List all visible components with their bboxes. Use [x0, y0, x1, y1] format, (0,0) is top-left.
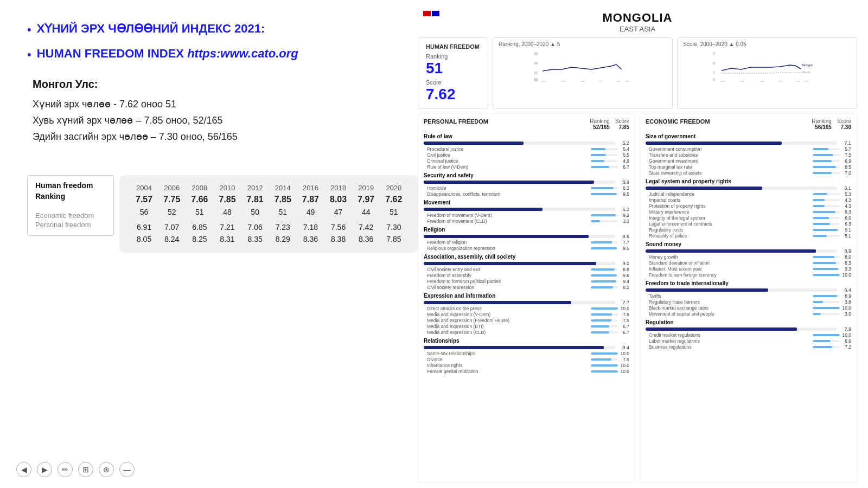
- sub-bar-fill: [591, 280, 616, 282]
- mongolia-section: Монгол Улс: Хүний эрх чөлөө - 7.62 оноо …: [33, 78, 385, 143]
- year-header-2012: 2012: [241, 183, 269, 193]
- nav-edit[interactable]: ✏: [58, 462, 73, 477]
- sub-item-row: Transfers and subsidies7.5: [646, 152, 851, 158]
- category-name: Rule of law: [424, 133, 629, 139]
- nav-prev[interactable]: ◀: [16, 462, 31, 477]
- sub-bar-fill: [813, 334, 840, 336]
- category-block: Association, assembly, civil society9.0C…: [424, 254, 629, 290]
- sub-item-row: Regulatory trade barriers3.8: [646, 299, 851, 305]
- economic-categories: Size of government7.1Government consumpt…: [646, 133, 851, 350]
- year-header-2016: 2016: [297, 183, 324, 193]
- svg-text:60: 60: [534, 71, 538, 75]
- year-header-2006: 2006: [158, 183, 186, 193]
- sub-item-row: Media and expression (CLD)6.7: [424, 330, 629, 335]
- table-cell: 49: [297, 206, 324, 218]
- year-header-2020: 2020: [380, 183, 407, 193]
- sub-bar-fill: [813, 340, 831, 342]
- category-title-row: Regulation: [646, 319, 851, 325]
- row-label-human-freedom: Human freedom: [35, 181, 106, 190]
- top-cards: HUMAN FREEDOM Ranking 51 Score 7.62 Rank…: [418, 37, 857, 109]
- sub-item-row: Reliability of police5.1: [646, 233, 851, 239]
- sub-bar-fill: [591, 364, 618, 367]
- category-title-row: Size of government: [646, 133, 851, 139]
- svg-text:40: 40: [534, 61, 538, 65]
- sub-item-row: Religious organization repression9.5: [424, 246, 629, 251]
- table-cell: 50: [241, 206, 269, 218]
- sub-item-row: Protection of property rights4.3: [646, 203, 851, 209]
- svg-text:'12: '12: [778, 80, 782, 82]
- mongolia-line-1: Хүний эрх чөлөө - 7.62 оноо 51: [33, 98, 385, 110]
- category-title-row: Expression and information: [424, 293, 629, 299]
- personal-freedom-column: PERSONAL FREEDOM Ranking52/165 Score7.85…: [418, 113, 635, 483]
- category-block: Rule of law5.2Procedural justice5.4Civil…: [424, 133, 629, 170]
- sub-item-row: Same-sex relationships10.0: [424, 351, 629, 356]
- svg-text:'16: '16: [795, 80, 800, 82]
- category-name: Association, assembly, civil society: [424, 254, 629, 260]
- ranking-sparkline: 20 40 60 80 '00 '04 '08 '12 '16 '20: [499, 49, 667, 82]
- economic-freedom-column: ECONOMIC FREEDOM Ranking56/165 Score7.30…: [640, 113, 857, 483]
- nav-minus[interactable]: —: [119, 462, 135, 477]
- svg-text:20: 20: [534, 52, 538, 55]
- svg-text:'08: '08: [760, 80, 764, 82]
- table-cell: 8.03: [324, 193, 352, 206]
- hf-score-label: Score: [426, 79, 480, 86]
- category-title-row: Security and safety: [424, 172, 629, 178]
- table-cell: 8.25: [186, 233, 213, 245]
- table-cell: 7.23: [269, 221, 297, 233]
- data-table: 2004200620082010201220142016201820192020…: [130, 183, 407, 245]
- sub-bar-fill: [591, 154, 606, 156]
- svg-text:'00: '00: [720, 80, 725, 82]
- nav-grid[interactable]: ⊞: [78, 462, 93, 477]
- bullet-item-1: • ХҮНИЙ ЭРХ ЧӨЛӨӨНИЙ ИНДЕКС 2021:: [27, 22, 385, 37]
- sub-item-row: Direct attacks on the press10.0: [424, 306, 629, 311]
- category-title-row: Movement: [424, 200, 629, 206]
- table-row-personal: 8.058.248.258.318.358.298.368.388.367.85: [130, 233, 407, 245]
- sub-item-row: Movement of capital and people3.0: [646, 311, 851, 317]
- human-freedom-card: HUMAN FREEDOM Ranking 51 Score 7.62: [418, 37, 488, 109]
- mongolia-line-3: Эдийн засгийн эрх чөлөө – 7.30 оноо, 56/…: [33, 131, 385, 143]
- category-bar-fill: [646, 288, 768, 292]
- table-cell: 7.81: [241, 193, 269, 206]
- table-cell: 8.05: [130, 233, 158, 245]
- category-block: Regulation7.9Credit market regulations10…: [646, 319, 851, 350]
- nav-next[interactable]: ▶: [37, 462, 52, 477]
- table-cell: 8.35: [241, 233, 269, 245]
- category-title-row: Freedom to trade internationally: [646, 280, 851, 286]
- table-cell: 7.66: [186, 193, 213, 206]
- hf-score-value: 7.62: [426, 86, 480, 103]
- economic-freedom-title: ECONOMIC FREEDOM: [646, 118, 710, 125]
- table-cell: 7.57: [130, 193, 158, 206]
- category-name: Legal system and property rights: [646, 178, 851, 184]
- mongolia-section-title: Монгол Улс:: [33, 78, 385, 91]
- sub-bar-fill: [813, 307, 840, 309]
- category-name: Size of government: [646, 133, 851, 139]
- cato-link[interactable]: https:www.cato.org: [187, 47, 298, 60]
- category-bar-fill: [424, 235, 589, 238]
- hf-ranking-label: Ranking: [426, 53, 480, 60]
- nav-zoom[interactable]: ⊕: [99, 462, 114, 477]
- sub-bar-fill: [591, 220, 600, 222]
- sub-item-row: Credit market regulations10.0: [646, 332, 851, 338]
- sub-item-row: Impartial courts4.3: [646, 197, 851, 203]
- sub-bar-fill: [591, 325, 609, 328]
- mongolia-flag: [423, 11, 439, 16]
- category-bar-fill: [646, 187, 762, 190]
- sub-bar-fill: [591, 148, 605, 150]
- category-block: Expression and information7.7Direct atta…: [424, 293, 629, 335]
- sub-bar-fill: [591, 166, 609, 168]
- category-name: Security and safety: [424, 172, 629, 178]
- table-row-economic: 6.917.076.857.217.067.237.187.567.427.30: [130, 221, 407, 233]
- sub-bar-fill: [591, 352, 618, 355]
- table-cell: 47: [324, 206, 352, 218]
- row-label-personal: Personal freedom: [35, 221, 106, 229]
- category-bar-fill: [424, 142, 524, 145]
- category-block: Security and safety8.9Homicide8.3Disappe…: [424, 172, 629, 197]
- table-cell: 7.97: [352, 193, 380, 206]
- category-bar-fill: [646, 249, 816, 253]
- sub-bar-fill: [813, 166, 836, 168]
- sub-bar-fill: [591, 160, 604, 162]
- category-bar-fill: [646, 142, 782, 145]
- table-cell: 8.24: [158, 233, 186, 245]
- category-title-row: Legal system and property rights: [646, 178, 851, 184]
- mongolia-header: MONGOLIA EAST ASIA: [418, 11, 857, 33]
